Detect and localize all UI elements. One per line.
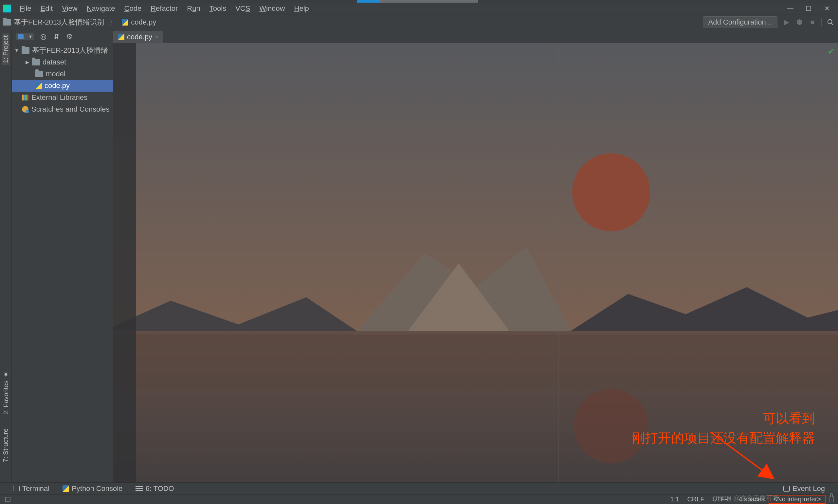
- folder-icon: [22, 47, 30, 54]
- breadcrumb-root[interactable]: 基于FER-2013人脸情绪识别: [14, 17, 104, 27]
- menu-code[interactable]: Code: [120, 4, 146, 13]
- menu-help[interactable]: Help: [290, 4, 314, 13]
- tree-scratches[interactable]: Scratches and Consoles: [12, 104, 113, 115]
- editor[interactable]: ✔ 可以看到 刚打开的项目还没有配置解释器: [113, 43, 838, 487]
- svg-line-1: [832, 23, 834, 25]
- tab-python-console[interactable]: Python Console: [63, 484, 122, 493]
- close-tab-icon[interactable]: ×: [155, 34, 158, 40]
- todo-icon: [136, 486, 143, 491]
- menu-refactor[interactable]: Refactor: [146, 4, 182, 13]
- svg-point-0: [828, 19, 832, 23]
- menu-view[interactable]: View: [57, 4, 82, 13]
- menu-bar: File Edit View Navigate Code Refactor Ru…: [0, 3, 838, 14]
- python-file-icon: [35, 83, 42, 89]
- folder-icon: [18, 34, 23, 39]
- folder-icon: [3, 19, 11, 25]
- python-file-icon: [118, 34, 124, 40]
- window-close-icon[interactable]: ✕: [818, 4, 836, 13]
- tab-todo[interactable]: 6: TODO: [136, 484, 174, 493]
- window-minimize-icon[interactable]: ―: [781, 4, 799, 13]
- editor-gutter: [113, 43, 136, 487]
- menu-tools[interactable]: Tools: [205, 4, 231, 13]
- project-view-selector[interactable]: ...▾: [16, 33, 34, 40]
- menu-edit[interactable]: Edit: [36, 4, 57, 13]
- menu-run[interactable]: Run: [182, 4, 204, 13]
- right-margin-line: [558, 43, 559, 487]
- svg-line-11: [710, 432, 772, 478]
- folder-icon: [32, 59, 40, 66]
- status-line-ending[interactable]: CRLF: [683, 496, 708, 503]
- folder-icon: [35, 71, 43, 77]
- terminal-icon: [13, 486, 20, 491]
- tab-structure[interactable]: 7: Structure: [2, 427, 10, 464]
- breadcrumb-separator: 〉: [107, 17, 119, 27]
- tab-event-log[interactable]: Event Log: [783, 484, 825, 493]
- menu-navigate[interactable]: Navigate: [82, 4, 120, 13]
- libraries-icon: [22, 94, 29, 101]
- tree-root[interactable]: ▼ 基于FER-2013人脸情绪: [12, 44, 113, 56]
- tree-external-libraries[interactable]: External Libraries: [12, 92, 113, 104]
- editor-tab-bar: code.py ×: [113, 30, 838, 43]
- editor-area: code.py ×: [113, 30, 838, 487]
- event-log-icon: [783, 486, 790, 491]
- title-bar: [0, 0, 838, 3]
- watermark-text: CSDN @这个函数可导: [713, 494, 779, 503]
- navigation-bar: 基于FER-2013人脸情绪识别 〉 code.py Add Configura…: [0, 14, 838, 30]
- search-icon[interactable]: [826, 18, 835, 26]
- bottom-tool-window-bar: Terminal Python Console 6: TODO Event Lo…: [0, 482, 838, 494]
- add-configuration-button[interactable]: Add Configuration...: [703, 16, 778, 28]
- menu-file[interactable]: File: [15, 4, 36, 13]
- hide-icon[interactable]: —: [102, 33, 109, 40]
- menu-window[interactable]: Window: [255, 4, 289, 13]
- menu-vcs[interactable]: VCS: [231, 4, 255, 13]
- tab-terminal[interactable]: Terminal: [13, 484, 50, 493]
- python-file-icon: [122, 19, 128, 25]
- settings-gear-icon[interactable]: ⚙: [66, 33, 73, 40]
- scratches-icon: [22, 106, 29, 112]
- breadcrumb-file[interactable]: code.py: [131, 18, 156, 26]
- status-bar: 1:1 CRLF UTF-8 4 spaces <No interpreter>: [0, 494, 838, 504]
- tab-project[interactable]: 1: Project: [2, 33, 10, 65]
- project-tool-window: ...▾ ◎ ⇵ ⚙ — ▼ 基于FER-2013人脸情绪 ▶ dataset …: [12, 30, 113, 487]
- tree-folder-model[interactable]: model: [12, 68, 113, 80]
- tree-folder-dataset[interactable]: ▶ dataset: [12, 56, 113, 68]
- tree-file-code[interactable]: code.py: [12, 80, 113, 92]
- select-opened-file-icon[interactable]: ◎: [40, 33, 47, 40]
- collapse-all-icon[interactable]: ⇵: [53, 33, 60, 40]
- tool-windows-toggle-icon[interactable]: [5, 497, 11, 502]
- python-console-icon: [63, 485, 69, 492]
- lock-icon[interactable]: [829, 497, 834, 502]
- debug-icon[interactable]: ⬢: [795, 18, 804, 26]
- inspection-ok-icon[interactable]: ✔: [827, 47, 835, 57]
- editor-tab-code[interactable]: code.py ×: [113, 31, 163, 43]
- stop-icon[interactable]: ■: [808, 18, 817, 26]
- left-tool-window-bar: 1: Project 2: Favorites ★ 7: Structure: [0, 30, 12, 487]
- run-icon[interactable]: ▶: [782, 18, 790, 26]
- project-tree: ▼ 基于FER-2013人脸情绪 ▶ dataset model code.py…: [12, 43, 113, 482]
- app-icon: [3, 4, 11, 13]
- status-caret-position[interactable]: 1:1: [666, 496, 683, 503]
- annotation-arrow: [707, 429, 779, 481]
- window-maximize-icon[interactable]: ☐: [799, 4, 818, 13]
- tab-favorites[interactable]: 2: Favorites ★: [2, 369, 10, 417]
